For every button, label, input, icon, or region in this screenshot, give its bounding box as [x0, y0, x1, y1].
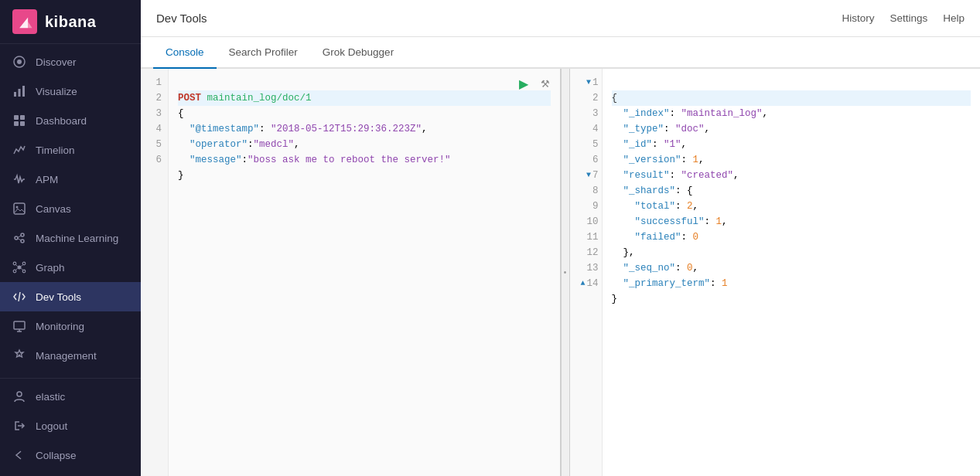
sidebar-item-canvas[interactable]: Canvas — [0, 194, 141, 223]
sidebar-item-discover[interactable]: Discover — [0, 47, 141, 76]
svg-point-1 — [17, 60, 22, 64]
sidebar: kibana Discover Visualize Dashboard Time… — [0, 0, 141, 476]
topbar: Dev Tools History Settings Help — [141, 0, 980, 37]
help-button[interactable]: Help — [943, 12, 965, 24]
logo-area: kibana — [0, 0, 141, 44]
sidebar-bottom: elastic Logout Collapse — [0, 378, 141, 476]
svg-rect-3 — [19, 89, 21, 97]
topbar-actions: History Settings Help — [842, 12, 965, 24]
svg-point-11 — [15, 236, 18, 240]
svg-line-23 — [15, 269, 17, 270]
svg-rect-7 — [14, 121, 19, 126]
svg-point-16 — [18, 266, 22, 270]
sidebar-item-graph[interactable]: Graph — [0, 253, 141, 282]
sidebar-item-logout[interactable]: Logout — [0, 411, 141, 440]
editor-area: ▶ ⚒ 1 2 3 4 5 6 POST maintain_log/doc/1{… — [141, 69, 980, 476]
right-code-container: ▼1 2 3 4 5 6 ▼7 8 9 10 11 12 13 ▲14 { "_… — [570, 69, 981, 476]
tab-bar: Console Search Profiler Grok Debugger — [141, 37, 980, 69]
svg-rect-2 — [14, 92, 16, 97]
svg-point-10 — [16, 206, 19, 209]
main-content: Dev Tools History Settings Help Console … — [141, 0, 980, 476]
history-button[interactable]: History — [842, 12, 874, 24]
tab-search-profiler[interactable]: Search Profiler — [217, 37, 310, 69]
page-title: Dev Tools — [156, 12, 207, 25]
svg-rect-9 — [14, 203, 25, 214]
svg-line-15 — [18, 239, 21, 241]
sidebar-item-elastic-user[interactable]: elastic — [0, 382, 141, 411]
sidebar-item-timelion[interactable]: Timelion — [0, 135, 141, 165]
kibana-logo-text: kibana — [45, 13, 96, 31]
svg-line-14 — [18, 236, 21, 238]
svg-rect-5 — [14, 115, 19, 120]
svg-rect-4 — [22, 86, 25, 97]
sidebar-item-monitoring[interactable]: Monitoring — [0, 311, 141, 341]
svg-line-22 — [22, 264, 23, 266]
run-button[interactable]: ▶ — [515, 75, 532, 92]
kibana-logo-icon — [12, 9, 37, 34]
svg-point-30 — [17, 392, 22, 396]
left-code-content[interactable]: POST maintain_log/doc/1{ "@timestamp": "… — [169, 69, 560, 476]
svg-point-29 — [19, 355, 21, 357]
left-code-container[interactable]: 1 2 3 4 5 6 POST maintain_log/doc/1{ "@t… — [141, 69, 560, 476]
sidebar-item-dev-tools[interactable]: Dev Tools — [0, 282, 141, 311]
svg-line-25 — [19, 292, 20, 301]
svg-point-13 — [21, 240, 24, 243]
svg-rect-26 — [14, 321, 25, 329]
svg-point-19 — [13, 270, 16, 273]
sidebar-item-visualize[interactable]: Visualize — [0, 76, 141, 106]
svg-rect-8 — [20, 121, 25, 126]
svg-point-18 — [22, 262, 26, 265]
svg-rect-6 — [20, 115, 25, 120]
svg-line-24 — [22, 269, 23, 270]
right-output-panel: ▼1 2 3 4 5 6 ▼7 8 9 10 11 12 13 ▲14 { "_… — [570, 69, 981, 476]
sidebar-item-collapse[interactable]: Collapse — [0, 440, 141, 470]
sidebar-item-management[interactable]: Management — [0, 341, 141, 370]
sidebar-item-apm[interactable]: APM — [0, 165, 141, 194]
tab-console[interactable]: Console — [153, 37, 217, 69]
sidebar-item-dashboard[interactable]: Dashboard — [0, 106, 141, 135]
settings-wrench-button[interactable]: ⚒ — [537, 75, 554, 92]
sidebar-nav: Discover Visualize Dashboard Timelion AP… — [0, 44, 141, 378]
tab-grok-debugger[interactable]: Grok Debugger — [310, 37, 406, 69]
right-code-content: { "_index": "maintain_log", "_type": "do… — [603, 69, 980, 476]
left-editor-panel: ▶ ⚒ 1 2 3 4 5 6 POST maintain_log/doc/1{… — [141, 69, 561, 476]
svg-line-21 — [15, 264, 17, 266]
left-line-numbers: 1 2 3 4 5 6 — [141, 69, 169, 476]
editor-toolbar: ▶ ⚒ — [515, 75, 554, 92]
svg-point-17 — [13, 262, 16, 265]
sidebar-item-machine-learning[interactable]: Machine Learning — [0, 223, 141, 253]
right-line-numbers: ▼1 2 3 4 5 6 ▼7 8 9 10 11 12 13 ▲14 — [570, 69, 603, 476]
panel-divider[interactable]: • — [561, 69, 570, 476]
svg-point-20 — [22, 270, 26, 273]
settings-button[interactable]: Settings — [890, 12, 927, 24]
svg-point-12 — [21, 233, 24, 236]
